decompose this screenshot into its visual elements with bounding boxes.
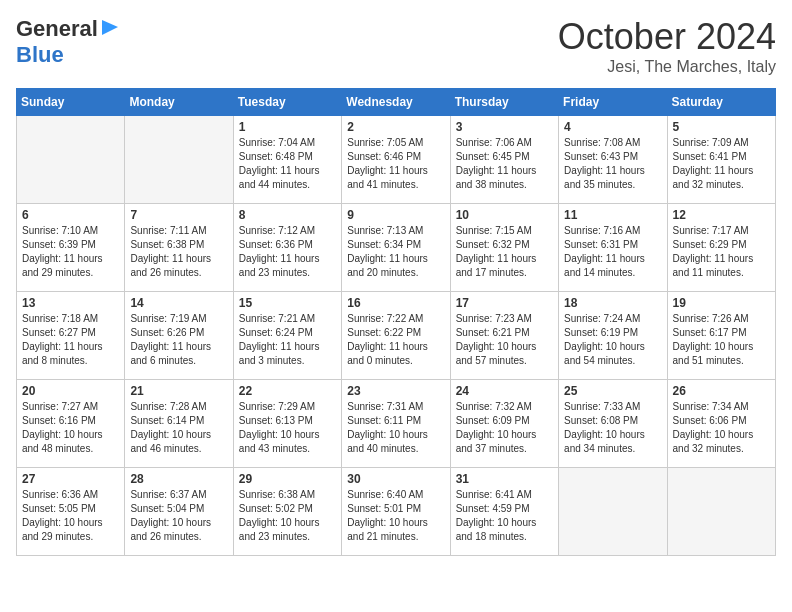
day-number: 3 — [456, 120, 553, 134]
day-info: Sunrise: 6:41 AM Sunset: 4:59 PM Dayligh… — [456, 489, 537, 542]
logo: General Blue — [16, 16, 120, 68]
day-info: Sunrise: 7:34 AM Sunset: 6:06 PM Dayligh… — [673, 401, 754, 454]
week-row-1: 1Sunrise: 7:04 AM Sunset: 6:48 PM Daylig… — [17, 116, 776, 204]
day-number: 27 — [22, 472, 119, 486]
week-row-3: 13Sunrise: 7:18 AM Sunset: 6:27 PM Dayli… — [17, 292, 776, 380]
day-number: 31 — [456, 472, 553, 486]
calendar-cell — [125, 116, 233, 204]
day-info: Sunrise: 7:26 AM Sunset: 6:17 PM Dayligh… — [673, 313, 754, 366]
day-info: Sunrise: 7:27 AM Sunset: 6:16 PM Dayligh… — [22, 401, 103, 454]
week-row-2: 6Sunrise: 7:10 AM Sunset: 6:39 PM Daylig… — [17, 204, 776, 292]
svg-marker-0 — [102, 20, 118, 35]
day-number: 24 — [456, 384, 553, 398]
weekday-header-row: SundayMondayTuesdayWednesdayThursdayFrid… — [17, 89, 776, 116]
weekday-header-sunday: Sunday — [17, 89, 125, 116]
day-number: 21 — [130, 384, 227, 398]
calendar-cell: 28Sunrise: 6:37 AM Sunset: 5:04 PM Dayli… — [125, 468, 233, 556]
calendar-cell: 23Sunrise: 7:31 AM Sunset: 6:11 PM Dayli… — [342, 380, 450, 468]
day-info: Sunrise: 6:40 AM Sunset: 5:01 PM Dayligh… — [347, 489, 428, 542]
day-number: 26 — [673, 384, 770, 398]
day-info: Sunrise: 7:19 AM Sunset: 6:26 PM Dayligh… — [130, 313, 211, 366]
calendar-cell: 13Sunrise: 7:18 AM Sunset: 6:27 PM Dayli… — [17, 292, 125, 380]
week-row-4: 20Sunrise: 7:27 AM Sunset: 6:16 PM Dayli… — [17, 380, 776, 468]
day-number: 14 — [130, 296, 227, 310]
calendar-cell: 5Sunrise: 7:09 AM Sunset: 6:41 PM Daylig… — [667, 116, 775, 204]
logo-general: General — [16, 16, 98, 42]
week-row-5: 27Sunrise: 6:36 AM Sunset: 5:05 PM Dayli… — [17, 468, 776, 556]
day-info: Sunrise: 7:09 AM Sunset: 6:41 PM Dayligh… — [673, 137, 754, 190]
day-info: Sunrise: 7:24 AM Sunset: 6:19 PM Dayligh… — [564, 313, 645, 366]
day-info: Sunrise: 7:11 AM Sunset: 6:38 PM Dayligh… — [130, 225, 211, 278]
day-info: Sunrise: 7:13 AM Sunset: 6:34 PM Dayligh… — [347, 225, 428, 278]
calendar-cell: 22Sunrise: 7:29 AM Sunset: 6:13 PM Dayli… — [233, 380, 341, 468]
day-info: Sunrise: 7:21 AM Sunset: 6:24 PM Dayligh… — [239, 313, 320, 366]
calendar-cell: 16Sunrise: 7:22 AM Sunset: 6:22 PM Dayli… — [342, 292, 450, 380]
calendar-cell: 12Sunrise: 7:17 AM Sunset: 6:29 PM Dayli… — [667, 204, 775, 292]
day-number: 17 — [456, 296, 553, 310]
calendar-cell: 10Sunrise: 7:15 AM Sunset: 6:32 PM Dayli… — [450, 204, 558, 292]
calendar-cell: 21Sunrise: 7:28 AM Sunset: 6:14 PM Dayli… — [125, 380, 233, 468]
calendar-cell: 27Sunrise: 6:36 AM Sunset: 5:05 PM Dayli… — [17, 468, 125, 556]
title-block: October 2024 Jesi, The Marches, Italy — [558, 16, 776, 76]
day-info: Sunrise: 7:10 AM Sunset: 6:39 PM Dayligh… — [22, 225, 103, 278]
day-number: 19 — [673, 296, 770, 310]
calendar-cell: 14Sunrise: 7:19 AM Sunset: 6:26 PM Dayli… — [125, 292, 233, 380]
day-number: 12 — [673, 208, 770, 222]
day-info: Sunrise: 7:12 AM Sunset: 6:36 PM Dayligh… — [239, 225, 320, 278]
calendar-cell — [17, 116, 125, 204]
calendar-cell: 29Sunrise: 6:38 AM Sunset: 5:02 PM Dayli… — [233, 468, 341, 556]
calendar-cell — [667, 468, 775, 556]
location: Jesi, The Marches, Italy — [558, 58, 776, 76]
day-info: Sunrise: 7:16 AM Sunset: 6:31 PM Dayligh… — [564, 225, 645, 278]
day-number: 9 — [347, 208, 444, 222]
day-number: 2 — [347, 120, 444, 134]
day-number: 25 — [564, 384, 661, 398]
calendar-cell: 7Sunrise: 7:11 AM Sunset: 6:38 PM Daylig… — [125, 204, 233, 292]
calendar-cell: 4Sunrise: 7:08 AM Sunset: 6:43 PM Daylig… — [559, 116, 667, 204]
day-number: 11 — [564, 208, 661, 222]
day-info: Sunrise: 7:17 AM Sunset: 6:29 PM Dayligh… — [673, 225, 754, 278]
day-info: Sunrise: 6:37 AM Sunset: 5:04 PM Dayligh… — [130, 489, 211, 542]
weekday-header-wednesday: Wednesday — [342, 89, 450, 116]
month-title: October 2024 — [558, 16, 776, 58]
day-number: 16 — [347, 296, 444, 310]
day-number: 1 — [239, 120, 336, 134]
day-number: 7 — [130, 208, 227, 222]
weekday-header-monday: Monday — [125, 89, 233, 116]
day-number: 20 — [22, 384, 119, 398]
calendar-cell — [559, 468, 667, 556]
day-info: Sunrise: 7:15 AM Sunset: 6:32 PM Dayligh… — [456, 225, 537, 278]
calendar-cell: 11Sunrise: 7:16 AM Sunset: 6:31 PM Dayli… — [559, 204, 667, 292]
calendar-cell: 2Sunrise: 7:05 AM Sunset: 6:46 PM Daylig… — [342, 116, 450, 204]
day-number: 29 — [239, 472, 336, 486]
weekday-header-thursday: Thursday — [450, 89, 558, 116]
weekday-header-friday: Friday — [559, 89, 667, 116]
logo-arrow-icon — [100, 19, 120, 37]
day-info: Sunrise: 7:28 AM Sunset: 6:14 PM Dayligh… — [130, 401, 211, 454]
day-number: 22 — [239, 384, 336, 398]
logo-blue: Blue — [16, 42, 64, 67]
calendar-cell: 30Sunrise: 6:40 AM Sunset: 5:01 PM Dayli… — [342, 468, 450, 556]
day-info: Sunrise: 7:33 AM Sunset: 6:08 PM Dayligh… — [564, 401, 645, 454]
day-info: Sunrise: 6:36 AM Sunset: 5:05 PM Dayligh… — [22, 489, 103, 542]
calendar-cell: 8Sunrise: 7:12 AM Sunset: 6:36 PM Daylig… — [233, 204, 341, 292]
calendar-cell: 25Sunrise: 7:33 AM Sunset: 6:08 PM Dayli… — [559, 380, 667, 468]
day-number: 6 — [22, 208, 119, 222]
calendar-cell: 15Sunrise: 7:21 AM Sunset: 6:24 PM Dayli… — [233, 292, 341, 380]
calendar-cell: 19Sunrise: 7:26 AM Sunset: 6:17 PM Dayli… — [667, 292, 775, 380]
day-info: Sunrise: 7:18 AM Sunset: 6:27 PM Dayligh… — [22, 313, 103, 366]
page-header: General Blue October 2024 Jesi, The Marc… — [16, 16, 776, 76]
day-info: Sunrise: 6:38 AM Sunset: 5:02 PM Dayligh… — [239, 489, 320, 542]
day-info: Sunrise: 7:06 AM Sunset: 6:45 PM Dayligh… — [456, 137, 537, 190]
day-info: Sunrise: 7:22 AM Sunset: 6:22 PM Dayligh… — [347, 313, 428, 366]
calendar-cell: 3Sunrise: 7:06 AM Sunset: 6:45 PM Daylig… — [450, 116, 558, 204]
day-info: Sunrise: 7:29 AM Sunset: 6:13 PM Dayligh… — [239, 401, 320, 454]
calendar-body: 1Sunrise: 7:04 AM Sunset: 6:48 PM Daylig… — [17, 116, 776, 556]
calendar-cell: 24Sunrise: 7:32 AM Sunset: 6:09 PM Dayli… — [450, 380, 558, 468]
day-number: 10 — [456, 208, 553, 222]
calendar-cell: 17Sunrise: 7:23 AM Sunset: 6:21 PM Dayli… — [450, 292, 558, 380]
calendar-cell: 20Sunrise: 7:27 AM Sunset: 6:16 PM Dayli… — [17, 380, 125, 468]
day-info: Sunrise: 7:32 AM Sunset: 6:09 PM Dayligh… — [456, 401, 537, 454]
day-info: Sunrise: 7:04 AM Sunset: 6:48 PM Dayligh… — [239, 137, 320, 190]
calendar-table: SundayMondayTuesdayWednesdayThursdayFrid… — [16, 88, 776, 556]
